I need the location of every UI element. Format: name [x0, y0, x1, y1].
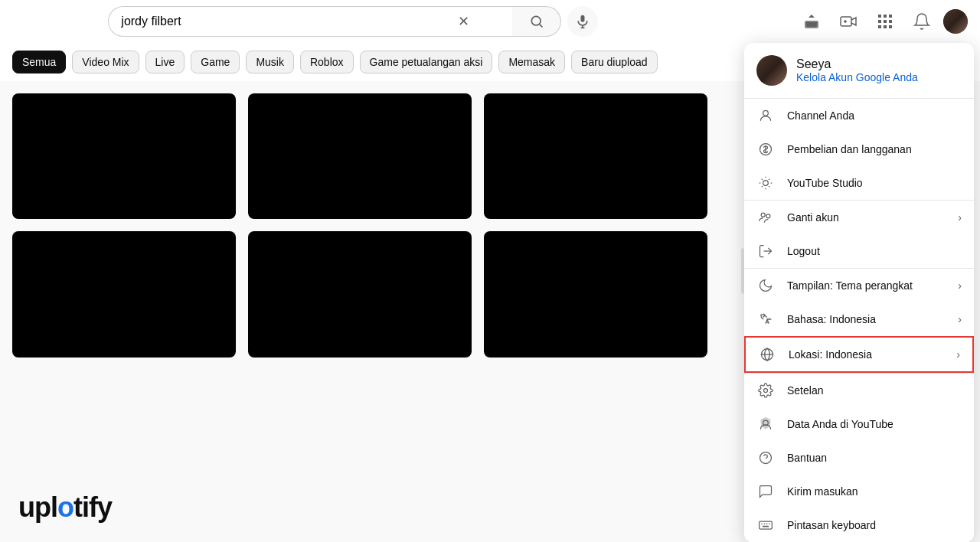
user-dropdown-menu: Seeya Kelola Akun Google Anda Channel An…	[744, 43, 974, 542]
svg-point-28	[760, 452, 772, 464]
globe-icon	[758, 345, 776, 364]
dropdown-item-language[interactable]: Bahasa: Indonesia ›	[744, 302, 974, 336]
dropdown-item-appearance[interactable]: Tampilan: Tema perangkat ›	[744, 269, 974, 302]
svg-rect-10	[878, 15, 881, 18]
studio-icon	[756, 174, 775, 192]
chevron-right-location-icon: ›	[956, 348, 960, 361]
search-icon	[529, 14, 544, 29]
dropdown-item-studio[interactable]: YouTube Studio	[744, 166, 974, 200]
bell-icon	[913, 12, 931, 31]
dropdown-section-3: Tampilan: Tema perangkat › Bahasa: Indon…	[744, 269, 974, 374]
svg-line-1	[540, 24, 543, 28]
svg-point-23	[766, 214, 770, 218]
video-card-1[interactable]	[12, 93, 236, 219]
dropdown-item-purchase[interactable]: Pembelian dan langganan	[744, 132, 974, 166]
video-card-6[interactable]	[484, 231, 707, 357]
chevron-right-icon: ›	[958, 211, 962, 224]
video-thumbnail-1	[12, 93, 236, 219]
dropdown-section-2: Ganti akun › Logout	[744, 201, 974, 269]
svg-rect-13	[878, 20, 881, 23]
dropdown-item-help[interactable]: Bantuan	[744, 441, 974, 475]
dropdown-item-logout[interactable]: Logout	[744, 234, 974, 268]
dropdown-item-channel[interactable]: Channel Anda	[744, 99, 974, 132]
filter-chip-game[interactable]: Game	[191, 51, 240, 73]
video-thumbnail-3	[484, 93, 707, 219]
dropdown-purchase-label: Pembelian dan langganan	[787, 143, 962, 155]
feedback-icon	[756, 482, 775, 501]
svg-rect-18	[889, 25, 892, 28]
video-card-3[interactable]	[484, 93, 707, 219]
dropdown-item-settings[interactable]: Setelan	[744, 374, 974, 407]
gear-icon	[756, 381, 775, 400]
dropdown-item-switch[interactable]: Ganti akun ›	[744, 201, 974, 234]
translate-icon	[756, 310, 775, 328]
apps-button[interactable]	[870, 6, 900, 37]
svg-rect-15	[889, 20, 892, 23]
dropdown-language-label: Bahasa: Indonesia	[787, 313, 946, 325]
svg-rect-30	[760, 521, 773, 529]
search-input[interactable]: jordy filbert	[108, 6, 512, 37]
notifications-button[interactable]	[906, 6, 937, 37]
dropdown-switch-label: Ganti akun	[787, 211, 946, 224]
dropdown-logout-label: Logout	[787, 245, 962, 257]
filter-chip-videomix[interactable]: Video Mix	[72, 51, 139, 73]
moon-icon	[756, 276, 775, 295]
video-thumbnail-2	[248, 93, 472, 219]
dropdown-item-location[interactable]: Lokasi: Indonesia ›	[744, 336, 974, 373]
video-grid	[0, 81, 720, 370]
svg-point-0	[531, 16, 541, 25]
chevron-right-appearance-icon: ›	[958, 279, 962, 292]
mic-icon	[575, 14, 590, 29]
video-thumbnail-6	[484, 231, 707, 357]
video-card-4[interactable]	[12, 231, 236, 357]
video-card-2[interactable]	[248, 93, 472, 219]
avatar[interactable]	[943, 9, 968, 34]
dropdown-item-feedback[interactable]: Kirim masukan	[744, 475, 974, 508]
svg-point-26	[764, 389, 768, 393]
dropdown-username: Seeya	[796, 57, 918, 71]
switch-account-icon	[756, 208, 775, 227]
chevron-right-language-icon: ›	[958, 313, 962, 325]
video-camera-icon	[839, 12, 858, 31]
logout-icon	[756, 242, 775, 260]
dropdown-feedback-label: Kirim masukan	[787, 485, 962, 498]
filter-chip-musik[interactable]: Musik	[246, 51, 294, 73]
dropdown-item-shortcuts[interactable]: Pintasan keyboard	[744, 508, 974, 542]
mic-button[interactable]	[567, 6, 598, 37]
upload-button[interactable]	[796, 6, 827, 37]
search-clear-button[interactable]: ✕	[455, 10, 472, 33]
svg-rect-14	[884, 20, 887, 23]
header-right	[796, 6, 968, 37]
svg-rect-17	[884, 25, 887, 28]
logo-text-upl: upl	[18, 491, 57, 523]
person-icon	[756, 106, 775, 125]
filter-chip-roblox[interactable]: Roblox	[300, 51, 354, 73]
filter-chip-baru[interactable]: Baru diupload	[571, 51, 657, 73]
search-button[interactable]	[512, 6, 561, 37]
dropdown-data-label: Data Anda di YouTube	[787, 418, 962, 430]
dropdown-item-data[interactable]: Data Anda di YouTube	[744, 407, 974, 441]
dollar-icon	[756, 140, 775, 158]
dropdown-header: Seeya Kelola Akun Google Anda	[744, 43, 974, 99]
svg-rect-12	[889, 15, 892, 18]
dropdown-manage-link[interactable]: Kelola Akun Google Anda	[796, 71, 918, 83]
filter-chip-memasak[interactable]: Memasak	[498, 51, 565, 73]
filter-chip-live[interactable]: Live	[145, 51, 185, 73]
avatar-image	[943, 9, 968, 34]
help-icon	[756, 449, 775, 467]
video-card-5[interactable]	[248, 231, 472, 357]
create-button[interactable]	[833, 6, 864, 37]
uplotify-logo: uplotify	[18, 491, 112, 524]
dropdown-avatar	[756, 55, 787, 86]
dropdown-channel-label: Channel Anda	[787, 109, 962, 122]
shield-icon	[756, 415, 775, 433]
dropdown-studio-label: YouTube Studio	[787, 177, 962, 189]
svg-point-22	[761, 213, 765, 217]
header: jordy filbert ✕	[0, 0, 980, 43]
filter-chip-game-petualangan[interactable]: Game petualangan aksi	[360, 51, 493, 73]
dropdown-user-info: Seeya Kelola Akun Google Anda	[796, 57, 918, 83]
dropdown-settings-label: Setelan	[787, 384, 962, 397]
video-thumbnail-5	[248, 231, 472, 357]
search-wrapper: jordy filbert ✕	[108, 6, 598, 37]
filter-chip-semua[interactable]: Semua	[12, 51, 66, 73]
